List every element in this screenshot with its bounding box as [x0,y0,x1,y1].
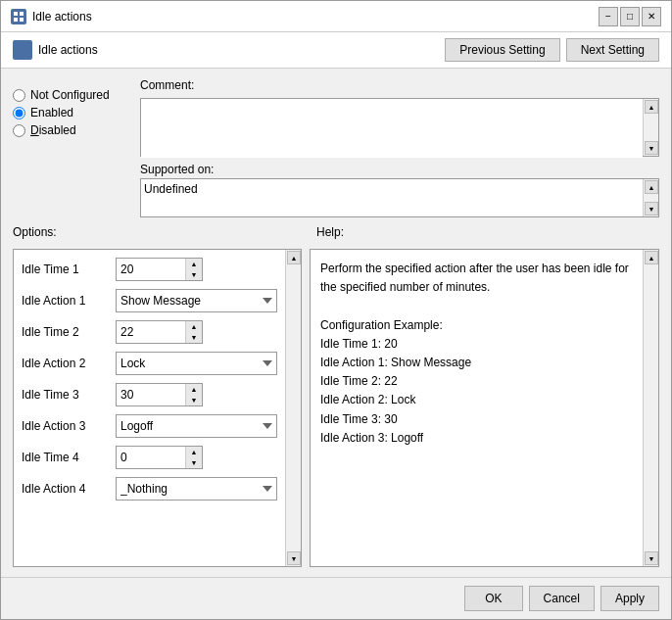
disabled-label: Disabled [30,123,76,137]
idle-time-2-down[interactable]: ▼ [186,332,202,343]
idle-time-3-input[interactable] [117,384,185,405]
options-panel: Idle Time 1 ▲ ▼ Idle Action 1 [14,250,285,566]
supported-box-wrapper: Undefined ▲ ▼ [140,178,659,217]
idle-time-3-row: Idle Time 3 ▲ ▼ [22,383,277,406]
svg-rect-2 [14,18,18,22]
toolbar-icon [13,40,32,60]
radio-disabled-input[interactable] [13,124,25,137]
help-panel: Perform the specified action after the u… [311,250,643,566]
idle-time-2-spin-btns: ▲ ▼ [185,321,202,343]
idle-time-3-label: Idle Time 3 [22,388,110,402]
help-line-3: Idle Time 2: 22 [320,372,633,391]
idle-time-3-down[interactable]: ▼ [186,395,202,405]
help-panel-wrapper: Perform the specified action after the u… [310,249,659,567]
options-scrollbar: ▲ ▼ [285,250,301,566]
idle-time-2-label: Idle Time 2 [22,325,110,339]
section-labels: Options: Help: [13,225,659,239]
idle-action-4-label: Idle Action 4 [22,482,110,496]
idle-action-3-row: Idle Action 3 Show Message Lock Logoff _… [22,414,277,438]
help-scroll-up[interactable]: ▲ [645,251,658,264]
help-line-2: Idle Action 1: Show Message [320,354,633,372]
help-example-lines: Idle Time 1: 20 Idle Action 1: Show Mess… [320,335,633,448]
title-bar-left: Idle actions [11,9,92,24]
idle-time-1-up[interactable]: ▲ [186,259,202,269]
help-line-4: Idle Action 2: Lock [320,391,633,409]
supported-scroll-down[interactable]: ▼ [645,202,658,215]
idle-time-1-label: Idle Time 1 [22,262,110,276]
help-section-label: Help: [307,225,659,239]
idle-time-4-up[interactable]: ▲ [186,447,202,457]
help-example-label: Configuration Example: [320,316,633,335]
supported-scroll-up[interactable]: ▲ [645,180,658,194]
idle-action-3-label: Idle Action 3 [22,419,110,433]
idle-time-1-spinner: ▲ ▼ [116,258,203,281]
radio-enabled-input[interactable] [13,107,25,119]
apply-button[interactable]: Apply [600,586,659,611]
idle-action-2-dropdown[interactable]: Show Message Lock Logoff _Nothing [116,352,277,375]
svg-rect-1 [20,12,24,16]
idle-time-2-input[interactable] [117,321,185,343]
toolbar: Idle actions Previous Setting Next Setti… [1,32,671,69]
idle-time-4-input[interactable] [117,447,185,468]
idle-time-3-spin-btns: ▲ ▼ [185,384,202,405]
supported-label: Supported on: [140,163,659,176]
idle-action-1-dropdown[interactable]: Show Message Lock Logoff _Nothing [116,289,277,312]
main-window: Idle actions − □ ✕ Idle actions Previous… [0,0,672,620]
comment-label: Comment: [140,78,659,92]
toolbar-buttons: Previous Setting Next Setting [445,38,659,62]
comment-section: Comment: ▲ ▼ [140,78,659,157]
close-button[interactable]: ✕ [642,7,661,26]
comment-supported-area: Comment: ▲ ▼ Supported on: Undefined [140,78,659,217]
idle-time-4-spin-btns: ▲ ▼ [185,447,202,468]
idle-time-2-up[interactable]: ▲ [186,321,202,332]
help-line-1: Idle Time 1: 20 [320,335,633,354]
svg-rect-3 [20,18,24,22]
help-line-6: Idle Action 3: Logoff [320,429,633,448]
idle-time-4-down[interactable]: ▼ [186,457,202,468]
comment-scrollbar: ▲ ▼ [643,99,658,156]
idle-time-3-up[interactable]: ▲ [186,384,202,395]
maximize-button[interactable]: □ [620,7,640,26]
options-panel-wrapper: Idle Time 1 ▲ ▼ Idle Action 1 [13,249,302,567]
supported-value: Undefined [141,179,643,216]
idle-time-2-spinner: ▲ ▼ [116,320,203,344]
idle-action-2-label: Idle Action 2 [22,357,110,370]
idle-action-4-row: Idle Action 4 Show Message Lock Logoff _… [22,477,277,501]
idle-time-4-spinner: ▲ ▼ [116,446,203,469]
radio-group: Not Configured Enabled Disabled [13,78,130,217]
radio-enabled[interactable]: Enabled [13,106,130,119]
comment-textarea[interactable] [141,99,643,158]
idle-time-1-row: Idle Time 1 ▲ ▼ [22,258,277,281]
radio-not-configured-input[interactable] [13,89,25,102]
radio-disabled[interactable]: Disabled [13,123,130,137]
idle-action-1-label: Idle Action 1 [22,294,110,308]
idle-time-2-row: Idle Time 2 ▲ ▼ [22,320,277,344]
idle-time-4-row: Idle Time 4 ▲ ▼ [22,446,277,469]
idle-action-3-dropdown[interactable]: Show Message Lock Logoff _Nothing [116,414,277,438]
toolbar-title-area: Idle actions [13,40,98,60]
ok-button[interactable]: OK [464,586,522,611]
idle-time-3-spinner: ▲ ▼ [116,383,203,406]
help-scroll-down[interactable]: ▼ [645,551,658,565]
radio-not-configured[interactable]: Not Configured [13,88,130,102]
prev-setting-button[interactable]: Previous Setting [445,38,559,62]
help-main-text: Perform the specified action after the u… [320,260,633,297]
title-controls: − □ ✕ [599,7,661,26]
comment-scroll-up[interactable]: ▲ [645,100,658,114]
title-bar: Idle actions − □ ✕ [1,1,671,32]
minimize-button[interactable]: − [599,7,618,26]
not-configured-label: Not Configured [30,88,110,102]
comment-scroll-down[interactable]: ▼ [645,141,658,155]
supported-scrollbar: ▲ ▼ [643,179,658,216]
supported-section: Supported on: Undefined ▲ ▼ [140,163,659,217]
idle-time-1-input[interactable] [117,259,185,280]
next-setting-button[interactable]: Next Setting [566,38,659,62]
idle-time-1-down[interactable]: ▼ [186,269,202,280]
options-scroll-down[interactable]: ▼ [287,551,301,565]
svg-rect-0 [14,12,18,16]
options-scroll-up[interactable]: ▲ [287,251,301,264]
idle-time-1-spin-btns: ▲ ▼ [185,259,202,280]
top-section: Not Configured Enabled Disabled Comment: [13,78,659,217]
cancel-button[interactable]: Cancel [529,586,595,611]
idle-action-4-dropdown[interactable]: Show Message Lock Logoff _Nothing [116,477,277,501]
